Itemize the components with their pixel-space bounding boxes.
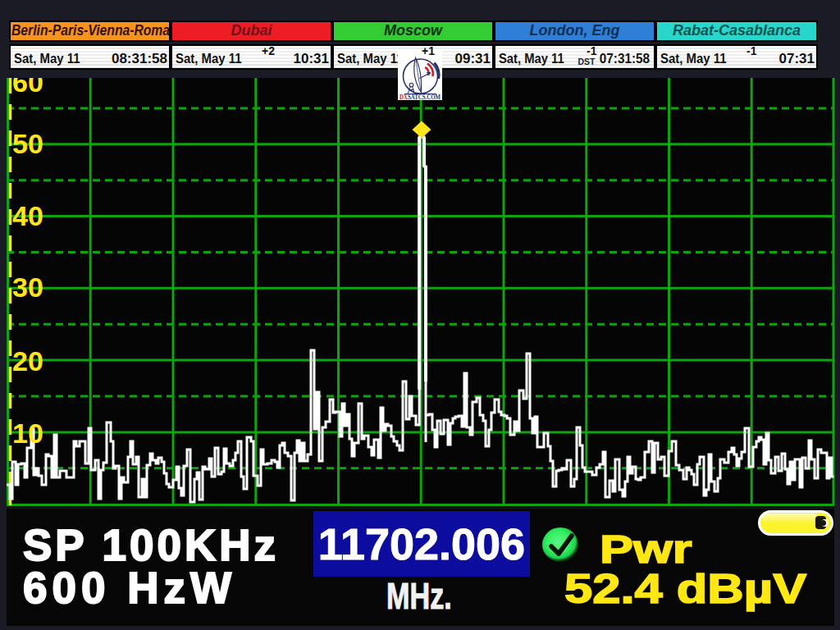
svg-text:40: 40 [12,200,43,231]
svg-text:10: 10 [12,418,43,449]
svg-text:20: 20 [12,345,43,377]
svg-text:50: 50 [12,128,43,159]
svg-text:30: 30 [12,272,43,303]
svg-text:DXSATCS.COM: DXSATCS.COM [399,94,441,100]
svg-text:60: 60 [12,78,43,98]
